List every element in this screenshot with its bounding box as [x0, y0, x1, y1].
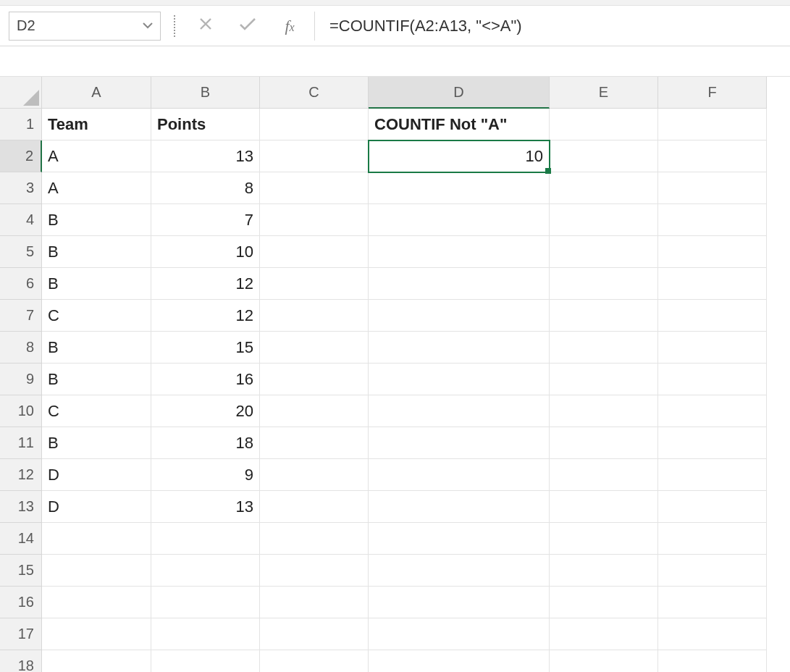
cell-B15[interactable] [151, 555, 260, 587]
cell-A14[interactable] [42, 523, 151, 555]
cell-C6[interactable] [260, 268, 369, 300]
cell-D4[interactable] [369, 204, 550, 236]
cell-B8[interactable]: 15 [151, 332, 260, 364]
cancel-formula-button[interactable] [188, 12, 223, 41]
cell-B11[interactable]: 18 [151, 427, 260, 459]
cell-E7[interactable] [550, 300, 658, 332]
cell-D5[interactable] [369, 236, 550, 268]
cell-A2[interactable]: A [42, 140, 151, 172]
cell-C5[interactable] [260, 236, 369, 268]
enter-formula-button[interactable] [230, 12, 265, 41]
cell-A12[interactable]: D [42, 459, 151, 491]
cell-A5[interactable]: B [42, 236, 151, 268]
cell-A11[interactable]: B [42, 427, 151, 459]
row-header-2[interactable]: 2 [0, 140, 42, 172]
cell-B16[interactable] [151, 587, 260, 618]
cell-C15[interactable] [260, 555, 369, 587]
cell-C8[interactable] [260, 332, 369, 364]
cell-F9[interactable] [658, 364, 767, 395]
row-header-6[interactable]: 6 [0, 268, 42, 300]
cell-B2[interactable]: 13 [151, 140, 260, 172]
cell-A13[interactable]: D [42, 491, 151, 523]
cell-C10[interactable] [260, 395, 369, 427]
cell-E3[interactable] [550, 172, 658, 204]
cell-A15[interactable] [42, 555, 151, 587]
cell-D2[interactable]: 10 [369, 140, 550, 172]
cell-E9[interactable] [550, 364, 658, 395]
cell-C18[interactable] [260, 650, 369, 672]
cell-E2[interactable] [550, 140, 658, 172]
col-header-F[interactable]: F [658, 77, 767, 109]
cell-B7[interactable]: 12 [151, 300, 260, 332]
row-header-9[interactable]: 9 [0, 364, 42, 395]
fx-icon[interactable]: fx [272, 17, 307, 35]
cell-A4[interactable]: B [42, 204, 151, 236]
row-header-5[interactable]: 5 [0, 236, 42, 268]
cell-A3[interactable]: A [42, 172, 151, 204]
cell-C4[interactable] [260, 204, 369, 236]
row-header-18[interactable]: 18 [0, 650, 42, 672]
spreadsheet-grid[interactable]: ABCDEF1TeamPointsCOUNTIF Not "A"2A13103A… [0, 77, 790, 672]
cell-F6[interactable] [658, 268, 767, 300]
cell-E5[interactable] [550, 236, 658, 268]
cell-F1[interactable] [658, 109, 767, 140]
col-header-A[interactable]: A [42, 77, 151, 109]
cell-F3[interactable] [658, 172, 767, 204]
cell-C11[interactable] [260, 427, 369, 459]
col-header-D[interactable]: D [369, 77, 550, 109]
row-header-11[interactable]: 11 [0, 427, 42, 459]
cell-D11[interactable] [369, 427, 550, 459]
cell-D18[interactable] [369, 650, 550, 672]
cell-C9[interactable] [260, 364, 369, 395]
cell-E4[interactable] [550, 204, 658, 236]
cell-F15[interactable] [658, 555, 767, 587]
cell-E11[interactable] [550, 427, 658, 459]
cell-B13[interactable]: 13 [151, 491, 260, 523]
cell-E6[interactable] [550, 268, 658, 300]
cell-F2[interactable] [658, 140, 767, 172]
cell-C17[interactable] [260, 618, 369, 650]
cell-B5[interactable]: 10 [151, 236, 260, 268]
select-all-corner[interactable] [0, 77, 42, 109]
cell-E13[interactable] [550, 491, 658, 523]
cell-B6[interactable]: 12 [151, 268, 260, 300]
col-header-E[interactable]: E [550, 77, 658, 109]
cell-A8[interactable]: B [42, 332, 151, 364]
name-box[interactable]: D2 [9, 12, 161, 41]
cell-C2[interactable] [260, 140, 369, 172]
cell-E16[interactable] [550, 587, 658, 618]
row-header-17[interactable]: 17 [0, 618, 42, 650]
cell-A17[interactable] [42, 618, 151, 650]
cell-C7[interactable] [260, 300, 369, 332]
cell-B14[interactable] [151, 523, 260, 555]
cell-D14[interactable] [369, 523, 550, 555]
cell-A9[interactable]: B [42, 364, 151, 395]
cell-E1[interactable] [550, 109, 658, 140]
cell-D1[interactable]: COUNTIF Not "A" [369, 109, 550, 140]
cell-F10[interactable] [658, 395, 767, 427]
cell-F4[interactable] [658, 204, 767, 236]
cell-C13[interactable] [260, 491, 369, 523]
row-header-12[interactable]: 12 [0, 459, 42, 491]
row-header-16[interactable]: 16 [0, 587, 42, 618]
row-header-15[interactable]: 15 [0, 555, 42, 587]
cell-D9[interactable] [369, 364, 550, 395]
cell-E14[interactable] [550, 523, 658, 555]
cell-E10[interactable] [550, 395, 658, 427]
cell-E12[interactable] [550, 459, 658, 491]
row-header-1[interactable]: 1 [0, 109, 42, 140]
cell-B9[interactable]: 16 [151, 364, 260, 395]
cell-D15[interactable] [369, 555, 550, 587]
cell-B10[interactable]: 20 [151, 395, 260, 427]
cell-B18[interactable] [151, 650, 260, 672]
cell-C3[interactable] [260, 172, 369, 204]
cell-D12[interactable] [369, 459, 550, 491]
cell-E8[interactable] [550, 332, 658, 364]
row-header-3[interactable]: 3 [0, 172, 42, 204]
cell-D17[interactable] [369, 618, 550, 650]
row-header-10[interactable]: 10 [0, 395, 42, 427]
cell-D3[interactable] [369, 172, 550, 204]
cell-C16[interactable] [260, 587, 369, 618]
formula-input[interactable]: =COUNTIF(A2:A13, "<>A") [314, 12, 783, 41]
cell-D16[interactable] [369, 587, 550, 618]
